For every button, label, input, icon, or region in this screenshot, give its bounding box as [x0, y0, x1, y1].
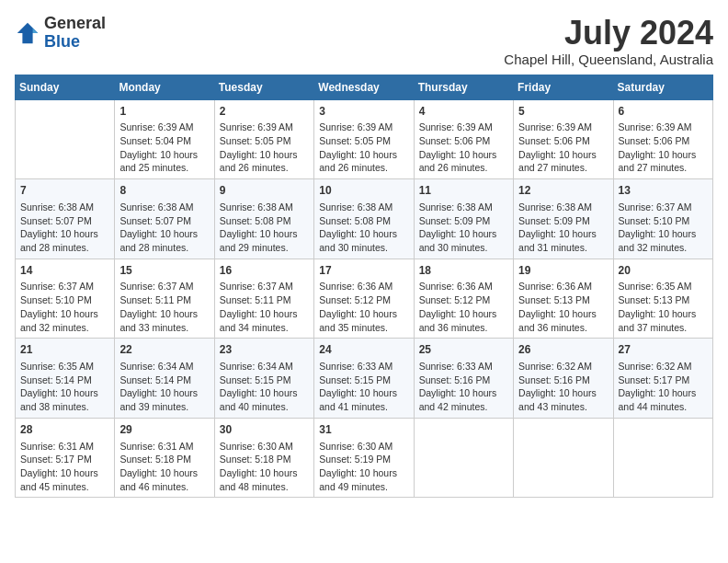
calendar-cell: 20Sunrise: 6:35 AM Sunset: 5:13 PM Dayli…	[613, 259, 712, 339]
day-number: 13	[619, 183, 708, 199]
calendar-body: 1Sunrise: 6:39 AM Sunset: 5:04 PM Daylig…	[16, 99, 713, 498]
calendar-cell: 17Sunrise: 6:36 AM Sunset: 5:12 PM Dayli…	[314, 259, 414, 339]
calendar-week-row: 28Sunrise: 6:31 AM Sunset: 5:17 PM Dayli…	[16, 418, 713, 498]
day-info: Sunrise: 6:37 AM Sunset: 5:11 PM Dayligh…	[119, 280, 209, 334]
calendar-header-cell: Thursday	[414, 75, 513, 99]
day-info: Sunrise: 6:32 AM Sunset: 5:16 PM Dayligh…	[518, 360, 608, 414]
day-number: 17	[319, 263, 408, 279]
day-number: 16	[220, 263, 309, 279]
calendar-cell: 1Sunrise: 6:39 AM Sunset: 5:04 PM Daylig…	[115, 99, 214, 179]
calendar-table: SundayMondayTuesdayWednesdayThursdayFrid…	[15, 75, 713, 499]
calendar-cell: 27Sunrise: 6:32 AM Sunset: 5:17 PM Dayli…	[613, 339, 712, 419]
calendar-cell: 28Sunrise: 6:31 AM Sunset: 5:17 PM Dayli…	[16, 418, 115, 498]
day-info: Sunrise: 6:39 AM Sunset: 5:05 PM Dayligh…	[319, 121, 408, 175]
logo-blue: Blue	[44, 33, 106, 52]
calendar-cell: 23Sunrise: 6:34 AM Sunset: 5:15 PM Dayli…	[214, 339, 313, 419]
day-info: Sunrise: 6:39 AM Sunset: 5:06 PM Dayligh…	[619, 121, 708, 175]
day-info: Sunrise: 6:34 AM Sunset: 5:14 PM Dayligh…	[119, 360, 209, 414]
day-number: 5	[518, 104, 608, 120]
calendar-cell: 31Sunrise: 6:30 AM Sunset: 5:19 PM Dayli…	[314, 418, 414, 498]
day-number: 18	[419, 263, 508, 279]
calendar-cell: 22Sunrise: 6:34 AM Sunset: 5:14 PM Dayli…	[115, 339, 214, 419]
calendar-cell: 21Sunrise: 6:35 AM Sunset: 5:14 PM Dayli…	[16, 339, 115, 419]
day-number: 9	[220, 183, 309, 199]
calendar-header-cell: Tuesday	[214, 75, 313, 99]
day-info: Sunrise: 6:38 AM Sunset: 5:07 PM Dayligh…	[20, 201, 109, 255]
day-info: Sunrise: 6:33 AM Sunset: 5:15 PM Dayligh…	[319, 360, 408, 414]
day-info: Sunrise: 6:36 AM Sunset: 5:12 PM Dayligh…	[419, 280, 508, 334]
day-number: 30	[220, 422, 309, 438]
day-number: 4	[419, 104, 508, 120]
day-number: 25	[419, 342, 508, 358]
calendar-header-row: SundayMondayTuesdayWednesdayThursdayFrid…	[16, 75, 713, 99]
calendar-cell: 18Sunrise: 6:36 AM Sunset: 5:12 PM Dayli…	[414, 259, 513, 339]
day-number: 11	[419, 183, 508, 199]
day-info: Sunrise: 6:38 AM Sunset: 5:09 PM Dayligh…	[419, 201, 508, 255]
calendar-header-cell: Sunday	[16, 75, 115, 99]
main-title: July 2024	[504, 15, 713, 52]
day-number: 28	[20, 422, 109, 438]
day-info: Sunrise: 6:31 AM Sunset: 5:17 PM Dayligh…	[20, 440, 109, 494]
calendar-cell: 11Sunrise: 6:38 AM Sunset: 5:09 PM Dayli…	[414, 179, 513, 259]
calendar-week-row: 21Sunrise: 6:35 AM Sunset: 5:14 PM Dayli…	[16, 339, 713, 419]
logo-icon	[15, 20, 40, 46]
calendar-cell: 25Sunrise: 6:33 AM Sunset: 5:16 PM Dayli…	[414, 339, 513, 419]
calendar-cell	[514, 418, 613, 498]
day-info: Sunrise: 6:39 AM Sunset: 5:05 PM Dayligh…	[220, 121, 309, 175]
calendar-cell: 19Sunrise: 6:36 AM Sunset: 5:13 PM Dayli…	[514, 259, 613, 339]
calendar-cell: 9Sunrise: 6:38 AM Sunset: 5:08 PM Daylig…	[214, 179, 313, 259]
logo: General Blue	[15, 15, 106, 52]
day-info: Sunrise: 6:35 AM Sunset: 5:14 PM Dayligh…	[20, 360, 109, 414]
calendar-cell: 7Sunrise: 6:38 AM Sunset: 5:07 PM Daylig…	[16, 179, 115, 259]
day-number: 12	[518, 183, 608, 199]
calendar-week-row: 14Sunrise: 6:37 AM Sunset: 5:10 PM Dayli…	[16, 259, 713, 339]
calendar-cell: 13Sunrise: 6:37 AM Sunset: 5:10 PM Dayli…	[613, 179, 712, 259]
day-number: 22	[119, 342, 209, 358]
day-info: Sunrise: 6:33 AM Sunset: 5:16 PM Dayligh…	[419, 360, 508, 414]
calendar-cell: 26Sunrise: 6:32 AM Sunset: 5:16 PM Dayli…	[514, 339, 613, 419]
day-info: Sunrise: 6:36 AM Sunset: 5:12 PM Dayligh…	[319, 280, 408, 334]
day-number: 21	[20, 342, 109, 358]
day-info: Sunrise: 6:30 AM Sunset: 5:19 PM Dayligh…	[319, 440, 408, 494]
day-info: Sunrise: 6:32 AM Sunset: 5:17 PM Dayligh…	[619, 360, 708, 414]
day-number: 19	[518, 263, 608, 279]
day-number: 20	[619, 263, 708, 279]
calendar-cell: 5Sunrise: 6:39 AM Sunset: 5:06 PM Daylig…	[514, 99, 613, 179]
day-number: 7	[20, 183, 109, 199]
day-number: 15	[119, 263, 209, 279]
day-number: 3	[319, 104, 408, 120]
day-info: Sunrise: 6:39 AM Sunset: 5:04 PM Dayligh…	[119, 121, 209, 175]
calendar-header-cell: Saturday	[613, 75, 712, 99]
day-number: 31	[319, 422, 408, 438]
calendar-week-row: 1Sunrise: 6:39 AM Sunset: 5:04 PM Daylig…	[16, 99, 713, 179]
day-info: Sunrise: 6:37 AM Sunset: 5:10 PM Dayligh…	[619, 201, 708, 255]
calendar-header-cell: Monday	[115, 75, 214, 99]
day-info: Sunrise: 6:31 AM Sunset: 5:18 PM Dayligh…	[119, 440, 209, 494]
calendar-cell	[414, 418, 513, 498]
day-info: Sunrise: 6:37 AM Sunset: 5:11 PM Dayligh…	[220, 280, 309, 334]
calendar-cell: 12Sunrise: 6:38 AM Sunset: 5:09 PM Dayli…	[514, 179, 613, 259]
calendar-header-cell: Wednesday	[314, 75, 414, 99]
day-info: Sunrise: 6:30 AM Sunset: 5:18 PM Dayligh…	[220, 440, 309, 494]
day-info: Sunrise: 6:36 AM Sunset: 5:13 PM Dayligh…	[518, 280, 608, 334]
calendar-cell: 30Sunrise: 6:30 AM Sunset: 5:18 PM Dayli…	[214, 418, 313, 498]
day-number: 14	[20, 263, 109, 279]
day-info: Sunrise: 6:37 AM Sunset: 5:10 PM Dayligh…	[20, 280, 109, 334]
day-number: 29	[119, 422, 209, 438]
calendar-cell: 24Sunrise: 6:33 AM Sunset: 5:15 PM Dayli…	[314, 339, 414, 419]
calendar-cell: 15Sunrise: 6:37 AM Sunset: 5:11 PM Dayli…	[115, 259, 214, 339]
calendar-cell: 2Sunrise: 6:39 AM Sunset: 5:05 PM Daylig…	[214, 99, 313, 179]
day-number: 26	[518, 342, 608, 358]
calendar-cell: 3Sunrise: 6:39 AM Sunset: 5:05 PM Daylig…	[314, 99, 414, 179]
calendar-cell: 29Sunrise: 6:31 AM Sunset: 5:18 PM Dayli…	[115, 418, 214, 498]
calendar-cell: 14Sunrise: 6:37 AM Sunset: 5:10 PM Dayli…	[16, 259, 115, 339]
day-number: 6	[619, 104, 708, 120]
calendar-cell	[16, 99, 115, 179]
calendar-header-cell: Friday	[514, 75, 613, 99]
calendar-cell: 8Sunrise: 6:38 AM Sunset: 5:07 PM Daylig…	[115, 179, 214, 259]
day-number: 27	[619, 342, 708, 358]
day-number: 10	[319, 183, 408, 199]
day-info: Sunrise: 6:35 AM Sunset: 5:13 PM Dayligh…	[619, 280, 708, 334]
calendar-cell: 10Sunrise: 6:38 AM Sunset: 5:08 PM Dayli…	[314, 179, 414, 259]
day-number: 1	[119, 104, 209, 120]
